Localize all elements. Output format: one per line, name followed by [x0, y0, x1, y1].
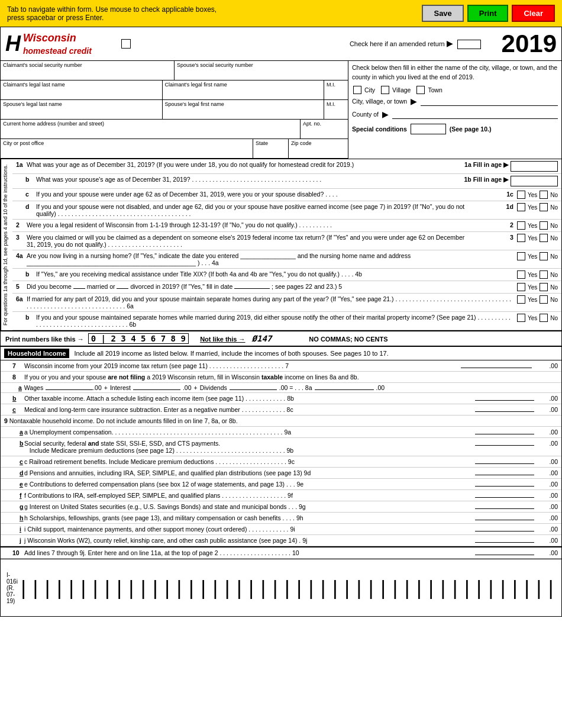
- line9j-input[interactable]: [475, 542, 534, 543]
- claimant-ssn-cell: Claimant's social security number: [1, 61, 175, 80]
- line-9j-row: j j Wisconsin Works (W2), county relief,…: [1, 535, 561, 546]
- line8a-result-input[interactable]: [315, 389, 374, 390]
- print-example-good: 0 | 2 3 4 5 6 7 8 9: [88, 333, 189, 344]
- first-name-cell: Claimant's legal first name: [163, 80, 325, 99]
- town-checkbox[interactable]: [416, 86, 425, 94]
- q1c-ref: 1c: [466, 191, 513, 198]
- line9h-input[interactable]: [475, 520, 534, 520]
- claimant-ssn-input[interactable]: [3, 68, 172, 79]
- line8a-wages-input[interactable]: [46, 389, 93, 390]
- q3-yes-box[interactable]: [517, 234, 525, 242]
- q3-no-box[interactable]: [540, 234, 548, 242]
- line8a-interest-input[interactable]: [133, 389, 180, 390]
- q4b-no-box[interactable]: [540, 270, 548, 279]
- question-6a: 6a If married for any part of 2019, did …: [12, 294, 561, 312]
- city-input[interactable]: [3, 146, 250, 157]
- village-checkbox[interactable]: [381, 86, 389, 94]
- spouse-last-cell: Spouse's legal last name: [1, 100, 163, 119]
- q6b-no-box[interactable]: [540, 314, 548, 322]
- line8a-interest-val: .00: [183, 384, 192, 391]
- line9c-input[interactable]: [475, 463, 534, 464]
- line9g-sub: g: [12, 503, 24, 510]
- q4a-yes-box[interactable]: [517, 252, 525, 260]
- q2-no-box[interactable]: [540, 221, 548, 230]
- county-input[interactable]: [392, 109, 558, 119]
- line-7-row: 7 Wisconsin income from your 2019 income…: [1, 360, 561, 372]
- q1c-yes-box[interactable]: [517, 191, 525, 199]
- q1a-fill-box[interactable]: [511, 161, 558, 172]
- line9e-input[interactable]: [475, 486, 534, 487]
- spouse-mi-label: M.I.: [327, 101, 345, 107]
- state-label: State: [256, 140, 286, 146]
- line9a-input[interactable]: [475, 434, 534, 434]
- state-input[interactable]: [256, 146, 286, 157]
- line9b-input[interactable]: [475, 445, 534, 446]
- last-name-cell: Claimant's legal last name: [1, 80, 163, 99]
- q1c-no-box[interactable]: [540, 191, 548, 199]
- line-8-row: 8 If you or you and your spouse are not …: [1, 372, 561, 383]
- spouse-ssn-input[interactable]: [177, 68, 345, 79]
- line8c-input[interactable]: [475, 411, 534, 412]
- q4a-no-box[interactable]: [540, 252, 548, 260]
- line9i-input[interactable]: [475, 531, 534, 531]
- q4b-yes-box[interactable]: [517, 270, 525, 279]
- line8b-input[interactable]: [475, 400, 534, 401]
- line7-input-line[interactable]: [461, 368, 532, 368]
- line10-input[interactable]: [475, 555, 534, 555]
- address-cell: Current home address (number and street): [1, 120, 301, 138]
- line9g-input[interactable]: [475, 508, 534, 509]
- last-name-input[interactable]: [3, 88, 160, 98]
- apt-input[interactable]: [303, 127, 345, 137]
- line9d-value: .00: [534, 469, 558, 476]
- q4a-yesno: Yes No: [517, 252, 558, 260]
- line9a-sub: a: [12, 429, 24, 436]
- q6a-yes-box[interactable]: [517, 295, 525, 304]
- line-9g-row: g g Interest on United States securities…: [1, 501, 561, 513]
- print-button[interactable]: Print: [467, 5, 509, 22]
- apt-cell: Apt. no.: [301, 120, 348, 138]
- q4a-no-label: No: [550, 253, 558, 260]
- line8a-dividends-input[interactable]: [230, 389, 277, 390]
- spouse-name-row: Spouse's legal last name Spouse's legal …: [1, 100, 348, 120]
- amended-checkbox[interactable]: [121, 39, 131, 49]
- q1b-fill-box[interactable]: [511, 176, 558, 186]
- q1d-no-box[interactable]: [540, 203, 548, 211]
- special-conditions-input[interactable]: [411, 124, 446, 134]
- line9e-sub: e: [12, 481, 24, 488]
- save-button[interactable]: Save: [422, 5, 463, 22]
- line9c-value: .00: [534, 458, 558, 465]
- line9b-inner: b Social security, federal and state SSI…: [12, 440, 558, 454]
- line9a-text: a Unemployment compensation. . . . . . .…: [24, 429, 473, 436]
- q1d-yes-label: Yes: [528, 204, 537, 211]
- line9f-input[interactable]: [475, 497, 534, 498]
- last-name-label: Claimant's legal last name: [3, 82, 160, 88]
- q2-yes-box[interactable]: [517, 221, 525, 230]
- q4b-num: b: [25, 270, 36, 278]
- city-village-input[interactable]: [421, 96, 558, 106]
- first-name-input[interactable]: [165, 88, 322, 98]
- spouse-first-input[interactable]: [165, 107, 322, 118]
- mi-input[interactable]: [327, 88, 345, 98]
- first-name-label: Claimant's legal first name: [165, 82, 322, 88]
- zip-input[interactable]: [291, 146, 345, 157]
- line8a-dividends-label: Dividends: [200, 384, 227, 391]
- spouse-mi-input[interactable]: [327, 107, 345, 118]
- q1c-yesno: Yes No: [517, 191, 558, 199]
- line9a-value: .00: [534, 429, 558, 436]
- city-checkbox[interactable]: [353, 86, 361, 94]
- q1d-yes-box[interactable]: [517, 203, 525, 211]
- q1a-text: What was your age as of December 31, 201…: [27, 161, 461, 168]
- q6b-no-label: No: [550, 315, 558, 321]
- q5-no-box[interactable]: [540, 283, 548, 291]
- question-4a: 4a Are you now living in a nursing home?…: [12, 250, 561, 269]
- line9d-input[interactable]: [475, 475, 534, 475]
- spouse-last-input[interactable]: [3, 107, 160, 118]
- spouse-ssn-label: Spouse's social security number: [177, 62, 345, 68]
- clear-button[interactable]: Clear: [512, 5, 555, 22]
- q5-yes-box[interactable]: [517, 283, 525, 291]
- q6b-yes-box[interactable]: [517, 314, 525, 322]
- q6a-no-box[interactable]: [540, 295, 548, 304]
- questions-main: 1a What was your age as of December 31, …: [12, 159, 561, 330]
- address-row: Current home address (number and street)…: [1, 120, 348, 139]
- address-input[interactable]: [3, 127, 298, 137]
